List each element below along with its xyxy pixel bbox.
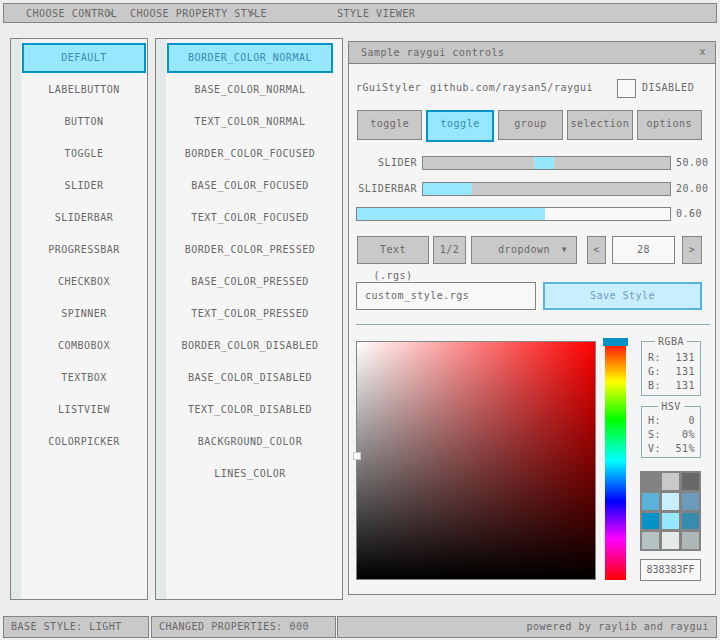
toggle-option-0[interactable]: toggle	[357, 110, 422, 140]
chevron-down-icon: ▼	[562, 237, 567, 263]
chevron-right-icon: >	[107, 8, 114, 19]
controls-list-panel: DEFAULT LABELBUTTON BUTTON TOGGLE SLIDER…	[10, 38, 148, 600]
rgba-blue-row: B: 131	[648, 380, 695, 392]
blue-value: 131	[675, 380, 695, 392]
list-item-textbox[interactable]: TEXTBOX	[22, 363, 146, 393]
rgba-groupbox: RGBA R: 131 G: 131 B: 131	[641, 341, 701, 396]
properties-list-scrollbar[interactable]	[156, 39, 166, 599]
chevron-right-icon: >	[249, 8, 256, 19]
toggle-group: toggle toggle group selection options	[357, 110, 702, 138]
color-panel-cursor[interactable]	[353, 452, 361, 460]
hsv-title: HSV	[658, 401, 684, 412]
list-item-checkbox[interactable]: CHECKBOX	[22, 267, 146, 297]
list-item-base-color-focused[interactable]: BASE_COLOR_FOCUSED	[167, 171, 333, 201]
list-item-toggle[interactable]: TOGGLE	[22, 139, 146, 169]
hsv-value-row: V: 51%	[648, 443, 695, 455]
status-powered-by: powered by raylib and raygui	[337, 616, 717, 638]
list-item-border-color-focused[interactable]: BORDER_COLOR_FOCUSED	[167, 139, 333, 169]
controls-list-scrollbar[interactable]	[11, 39, 21, 599]
app-name-label: rGuiStyler	[356, 82, 421, 93]
palette-swatch[interactable]	[642, 493, 659, 510]
progressbar-fill	[357, 208, 545, 220]
toggle-option-options[interactable]: options	[637, 110, 702, 140]
palette-swatch[interactable]	[662, 493, 679, 510]
repo-label: github.com/raysan5/raygui	[430, 82, 593, 93]
list-item-lines-color[interactable]: LINES_COLOR	[167, 459, 333, 489]
list-item-button[interactable]: BUTTON	[22, 107, 146, 137]
filename-input[interactable]: custom_style.rgs	[356, 282, 536, 310]
spinner-decrement-button[interactable]: <	[587, 236, 606, 264]
palette-swatch[interactable]	[682, 532, 699, 549]
save-style-button[interactable]: Save Style	[543, 282, 702, 310]
blue-label: B:	[648, 380, 661, 391]
green-label: G:	[648, 366, 661, 377]
toggle-option-group[interactable]: group	[498, 110, 563, 140]
list-item-combobox[interactable]: COMBOBOX	[22, 331, 146, 361]
hex-color-input[interactable]: 838383FF	[640, 559, 701, 581]
hsv-hue-row: H: 0	[648, 415, 695, 427]
half-button[interactable]: 1/2	[433, 236, 466, 264]
list-item-text-color-normal[interactable]: TEXT_COLOR_NORMAL	[167, 107, 333, 137]
list-item-border-color-disabled[interactable]: BORDER_COLOR_DISABLED	[167, 331, 333, 361]
list-item-spinner[interactable]: SPINNER	[22, 299, 146, 329]
nav-choose-property-style: CHOOSE PROPERTY STYLE	[130, 8, 267, 19]
value-value: 51%	[675, 443, 695, 455]
list-item-colorpicker[interactable]: COLORPICKER	[22, 427, 146, 457]
status-base-style: BASE STYLE: LIGHT	[3, 616, 149, 638]
hue-bar-cursor[interactable]	[603, 338, 628, 346]
list-item-text-color-pressed[interactable]: TEXT_COLOR_PRESSED	[167, 299, 333, 329]
palette-swatch[interactable]	[682, 513, 699, 530]
hue-value: 0	[688, 415, 695, 427]
sample-controls-window: Sample raygui controls x rGuiStyler gith…	[348, 41, 716, 595]
list-item-border-color-normal[interactable]: BORDER_COLOR_NORMAL	[167, 43, 333, 73]
list-item-sliderbar[interactable]: SLIDERBAR	[22, 203, 146, 233]
sliderbar-fill	[423, 183, 472, 195]
hsv-saturation-row: S: 0%	[648, 429, 695, 441]
palette-swatch[interactable]	[662, 473, 679, 490]
saturation-label: S:	[648, 429, 661, 440]
list-item-default[interactable]: DEFAULT	[22, 43, 146, 73]
list-item-border-color-pressed[interactable]: BORDER_COLOR_PRESSED	[167, 235, 333, 265]
status-changed-properties: CHANGED PROPERTIES: 000	[151, 616, 336, 638]
palette-swatch[interactable]	[682, 493, 699, 510]
toggle-option-1-active[interactable]: toggle	[426, 110, 493, 142]
window-title-bar[interactable]: Sample raygui controls x	[349, 42, 715, 64]
slider[interactable]	[422, 156, 671, 170]
list-item-text-color-focused[interactable]: TEXT_COLOR_FOCUSED	[167, 203, 333, 233]
close-icon[interactable]: x	[699, 46, 706, 57]
properties-list: BORDER_COLOR_NORMAL BASE_COLOR_NORMAL TE…	[167, 43, 333, 491]
disabled-checkbox[interactable]	[617, 79, 636, 98]
top-nav-bar: CHOOSE CONTROL > CHOOSE PROPERTY STYLE >…	[3, 3, 717, 23]
controls-list: DEFAULT LABELBUTTON BUTTON TOGGLE SLIDER…	[22, 43, 146, 459]
disabled-label: DISABLED	[642, 82, 694, 93]
red-value: 131	[675, 352, 695, 364]
spinner-value[interactable]: 28	[612, 236, 675, 264]
toggle-option-selection[interactable]: selection	[567, 110, 632, 140]
nav-style-viewer: STYLE VIEWER	[337, 8, 415, 19]
rgba-green-row: G: 131	[648, 366, 695, 378]
list-item-base-color-normal[interactable]: BASE_COLOR_NORMAL	[167, 75, 333, 105]
list-item-slider[interactable]: SLIDER	[22, 171, 146, 201]
list-item-labelbutton[interactable]: LABELBUTTON	[22, 75, 146, 105]
palette-swatch[interactable]	[662, 532, 679, 549]
sliderbar-label: SLIDERBAR	[357, 182, 417, 196]
palette-swatch[interactable]	[642, 473, 659, 490]
hue-bar[interactable]	[605, 341, 626, 580]
color-panel[interactable]	[356, 341, 596, 580]
list-item-listview[interactable]: LISTVIEW	[22, 395, 146, 425]
spinner-increment-button[interactable]: >	[682, 236, 702, 264]
palette-swatch[interactable]	[662, 513, 679, 530]
palette-swatch[interactable]	[682, 473, 699, 490]
dropdown[interactable]: dropdown ▼	[471, 236, 577, 264]
list-item-base-color-disabled[interactable]: BASE_COLOR_DISABLED	[167, 363, 333, 393]
list-item-progressbar[interactable]: PROGRESSBAR	[22, 235, 146, 265]
rgba-title: RGBA	[655, 336, 687, 347]
palette-swatch[interactable]	[642, 532, 659, 549]
sliderbar[interactable]	[422, 182, 671, 196]
slider-handle[interactable]	[534, 157, 554, 169]
list-item-background-color[interactable]: BACKGROUND_COLOR	[167, 427, 333, 457]
list-item-base-color-pressed[interactable]: BASE_COLOR_PRESSED	[167, 267, 333, 297]
list-item-text-color-disabled[interactable]: TEXT_COLOR_DISABLED	[167, 395, 333, 425]
palette-swatch[interactable]	[642, 513, 659, 530]
text-rgs-button[interactable]: Text (.rgs)	[357, 236, 429, 264]
